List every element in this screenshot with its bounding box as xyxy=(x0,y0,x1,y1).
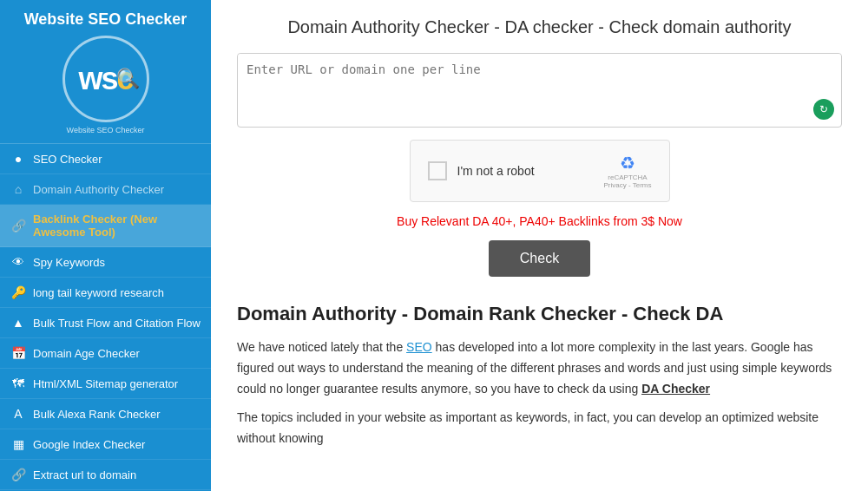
alexa-icon: A xyxy=(10,407,26,421)
sidebar-item-label: Domain Authority Checker xyxy=(33,183,164,196)
sidebar-item-spy-keywords[interactable]: 👁 Spy Keywords xyxy=(0,247,211,278)
eye-icon: 👁 xyxy=(10,255,26,269)
sidebar-item-google-index[interactable]: ▦ Google Index Checker xyxy=(0,429,211,460)
sidebar-item-label: Extract url to domain xyxy=(33,468,136,481)
check-button[interactable]: Check xyxy=(489,240,590,277)
recaptcha-text: reCAPTCHA xyxy=(608,173,647,181)
sidebar-item-label: SEO Checker xyxy=(33,153,102,166)
sidebar-item-label: Spy Keywords xyxy=(33,256,105,269)
sidebar-item-label: Google Index Checker xyxy=(33,438,145,451)
promo-text: Buy Relevant DA 40+, PA40+ Backlinks fro… xyxy=(237,214,842,228)
refresh-icon[interactable]: ↻ xyxy=(813,99,834,120)
sidebar-item-sitemap[interactable]: 🗺 Html/XML Sitemap generator xyxy=(0,369,211,399)
sidebar-item-domain-age[interactable]: 📅 Domain Age Checker xyxy=(0,338,211,369)
logo-subtitle: Website SEO Checker xyxy=(9,126,202,134)
nav-list: ● SEO Checker ⌂ Domain Authority Checker… xyxy=(0,144,211,491)
logo-ws: ws xyxy=(78,61,116,96)
sidebar-item-label: Backlink Checker (New Awesome Tool) xyxy=(33,213,201,239)
grid-icon: ▦ xyxy=(10,437,26,451)
sidebar-header: Website SEO Checker wsc 🔍 Website SEO Ch… xyxy=(0,0,211,144)
key-icon: 🔑 xyxy=(10,285,26,299)
sidebar-item-bulk-trust[interactable]: ▲ Bulk Trust Flow and Citation Flow xyxy=(0,308,211,338)
sidebar-item-label: long tail keyword research xyxy=(33,286,164,299)
calendar-icon: 📅 xyxy=(10,346,26,360)
seo-link[interactable]: SEO xyxy=(406,340,432,354)
logo: wsc 🔍 xyxy=(62,36,149,122)
content-paragraph-2: The topics included in your website as i… xyxy=(237,408,842,449)
circle-icon: ● xyxy=(10,152,26,166)
captcha-area: I'm not a robot ♻ reCAPTCHA Privacy - Te… xyxy=(410,140,670,202)
sidebar-item-domain-authority[interactable]: ⌂ Domain Authority Checker xyxy=(0,174,211,205)
main-content: Domain Authority Checker - DA checker - … xyxy=(211,0,868,491)
recaptcha-logo: ♻ reCAPTCHA Privacy - Terms xyxy=(604,153,652,189)
content-paragraph-1: We have noticed lately that the SEO has … xyxy=(237,337,842,399)
page-title: Domain Authority Checker - DA checker - … xyxy=(237,17,842,37)
privacy-link[interactable]: Privacy xyxy=(604,181,627,189)
captcha-label: I'm not a robot xyxy=(457,164,595,178)
link-icon: 🔗 xyxy=(10,219,26,232)
recaptcha-icon: ♻ xyxy=(620,153,635,173)
chain-icon: 🔗 xyxy=(10,468,26,481)
url-input-area: ↻ xyxy=(237,53,842,128)
sidebar-item-label: Html/XML Sitemap generator xyxy=(33,377,178,390)
sidebar: Website SEO Checker wsc 🔍 Website SEO Ch… xyxy=(0,0,211,491)
url-input[interactable] xyxy=(238,54,841,123)
terms-link[interactable]: Terms xyxy=(633,181,652,189)
sidebar-item-alexa-rank[interactable]: A Bulk Alexa Rank Checker xyxy=(0,399,211,429)
sidebar-item-seo-checker[interactable]: ● SEO Checker xyxy=(0,144,211,174)
sidebar-item-long-tail[interactable]: 🔑 long tail keyword research xyxy=(0,278,211,308)
sidebar-item-label: Bulk Alexa Rank Checker xyxy=(33,408,161,421)
sidebar-item-label: Domain Age Checker xyxy=(33,347,140,360)
da-checker-link[interactable]: DA Checker xyxy=(641,382,710,396)
map-icon: 🗺 xyxy=(10,376,26,390)
sidebar-item-backlink-checker[interactable]: 🔗 Backlink Checker (New Awesome Tool) xyxy=(0,205,211,247)
sidebar-title: Website SEO Checker xyxy=(9,10,202,29)
sidebar-item-extract-url[interactable]: 🔗 Extract url to domain xyxy=(0,460,211,490)
sidebar-item-label: Bulk Trust Flow and Citation Flow xyxy=(33,317,201,330)
triangle-icon: ▲ xyxy=(10,316,26,330)
captcha-checkbox[interactable] xyxy=(428,161,447,180)
section-title: Domain Authority - Domain Rank Checker -… xyxy=(237,303,842,325)
logo-search-icon: 🔍 xyxy=(116,68,140,90)
recaptcha-links: Privacy - Terms xyxy=(604,181,652,189)
home-icon: ⌂ xyxy=(10,182,26,196)
